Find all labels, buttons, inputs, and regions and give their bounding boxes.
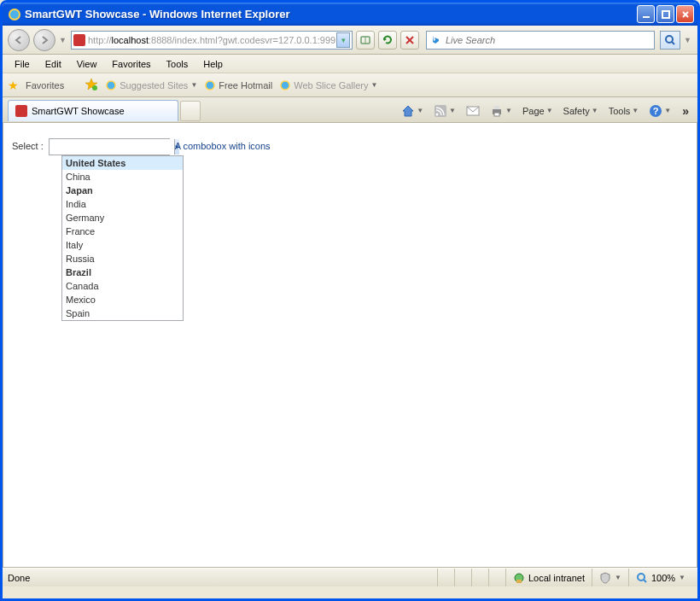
menu-help[interactable]: Help [196,57,230,71]
add-favorite-icon[interactable] [85,78,98,93]
search-provider-dropdown[interactable]: ▼ [684,36,692,44]
tools-menu[interactable]: Tools▼ [606,104,642,118]
svg-rect-20 [494,106,499,109]
status-panel-4 [488,569,505,586]
help-icon: ? [649,104,662,118]
help-button[interactable]: ?▼ [646,102,674,120]
favorites-button[interactable]: Favorites [26,80,64,90]
menu-edit[interactable]: Edit [38,57,68,71]
stop-button[interactable] [400,31,419,50]
read-mail-button[interactable] [464,103,482,119]
dropdown-option[interactable]: Japan [62,184,183,197]
status-panel-3 [471,569,488,586]
zoom-control[interactable]: 100% ▼ [628,569,692,586]
arrow-left-icon [14,35,24,45]
menu-file[interactable]: File [8,57,37,71]
dropdown-option[interactable]: Italy [62,238,183,252]
favorites-star-icon: ★ [8,79,19,92]
address-text: http://localhost:8888/index.html?gwt.cod… [88,35,336,45]
dropdown-option[interactable]: Germany [62,211,183,225]
home-icon [401,104,415,118]
svg-rect-21 [494,113,499,116]
svg-line-27 [644,580,646,582]
window-close-button[interactable] [676,5,694,23]
nav-history-dropdown[interactable]: ▼ [59,36,67,44]
print-button[interactable]: ▼ [487,102,515,120]
svg-point-17 [436,113,439,115]
svg-point-26 [638,574,645,581]
svg-rect-25 [516,580,522,583]
mail-icon [466,105,480,117]
menu-tools[interactable]: Tools [160,57,195,71]
compatibility-view-button[interactable] [356,31,375,50]
address-dropdown-button[interactable]: ▾ [336,32,350,48]
menu-view[interactable]: View [70,57,104,71]
dropdown-option[interactable]: Spain [62,306,183,320]
address-bar[interactable]: http://localhost:8888/index.html?gwt.cod… [71,31,353,50]
svg-point-14 [206,81,214,90]
suggested-sites-link[interactable]: Suggested Sites▼ [105,79,197,91]
tab-bar: SmartGWT Showcase ▼ ▼ ▼ Page▼ Safety▼ To… [3,97,697,123]
svg-point-13 [107,81,115,90]
tab-favicon-icon [15,105,27,117]
ie-page-icon [105,79,117,91]
ie-page-icon [204,79,216,91]
country-combobox[interactable]: ▾ [49,138,170,155]
dropdown-option[interactable]: Russia [62,252,183,265]
protected-mode[interactable]: ▼ [592,569,628,586]
new-tab-button[interactable] [180,101,201,121]
page-menu[interactable]: Page▼ [520,104,556,118]
safety-menu[interactable]: Safety▼ [561,104,601,118]
ie-logo-icon [8,8,21,21]
dropdown-option[interactable]: Canada [62,279,183,293]
svg-rect-2 [662,11,669,18]
menu-bar: File Edit View Favorites Tools Help [3,55,697,73]
search-input[interactable] [444,34,650,46]
status-bar: Done Local intranet ▼ 100% ▼ [3,568,697,586]
navigation-bar: ▼ http://localhost:8888/index.html?gwt.c… [3,26,697,55]
search-button[interactable] [660,31,680,50]
status-text: Done [8,573,30,583]
forward-button[interactable] [33,29,55,51]
feeds-button[interactable]: ▼ [431,102,458,120]
security-zone[interactable]: Local intranet [505,569,592,586]
refresh-button[interactable] [378,31,397,50]
refresh-icon [382,34,394,46]
status-panel-2 [454,569,471,586]
svg-point-9 [666,36,673,43]
back-button[interactable] [8,29,30,51]
tab-title: SmartGWT Showcase [32,106,125,116]
search-box[interactable] [426,31,655,50]
command-bar: ▼ ▼ ▼ Page▼ Safety▼ Tools▼ ?▼ » [399,102,692,120]
dropdown-option[interactable]: France [62,225,183,238]
country-combobox-input[interactable] [50,139,174,155]
site-favicon-icon [73,34,85,46]
menu-favorites[interactable]: Favorites [105,57,157,71]
window-title: SmartGWT Showcase - Windows Internet Exp… [25,8,637,20]
tab-active[interactable]: SmartGWT Showcase [8,100,178,121]
free-hotmail-link[interactable]: Free Hotmail [204,79,272,91]
zone-icon [513,572,525,584]
bing-icon [430,34,440,46]
web-slice-gallery-link[interactable]: Web Slice Gallery▼ [279,79,377,91]
window-minimize-button[interactable] [637,5,655,23]
dropdown-option[interactable]: China [62,170,183,184]
home-button[interactable]: ▼ [399,102,426,120]
svg-line-10 [672,42,674,44]
search-icon [664,34,676,46]
ie-page-icon [279,79,291,91]
window-maximize-button[interactable] [656,5,674,23]
favorites-bar: ★ Favorites Suggested Sites▼ Free Hotmai… [3,73,697,97]
arrow-right-icon [39,35,50,45]
dropdown-option[interactable]: Brazil [62,265,183,279]
svg-text:?: ? [653,106,659,116]
dropdown-option[interactable]: India [62,197,183,211]
dropdown-option[interactable]: Mexico [62,293,183,306]
status-panel-1 [437,569,454,586]
dropdown-option[interactable]: United States [62,156,183,170]
compat-icon [359,34,371,46]
svg-point-15 [281,81,289,90]
toolbar-overflow-button[interactable]: » [679,104,692,118]
rss-icon [434,104,447,118]
zoom-icon [636,572,648,584]
